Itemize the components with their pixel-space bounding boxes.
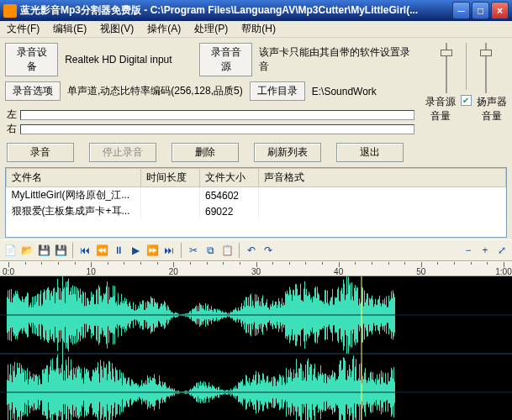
record-device-button[interactable]: 录音设备 — [5, 43, 58, 76]
file-list[interactable]: 文件名 时间长度 文件大小 声音格式 MyLittleGirl(网络原创_江..… — [5, 167, 507, 238]
source-volume-slider[interactable] — [439, 43, 454, 93]
spk-vol-label-1: 扬声器 — [477, 96, 507, 108]
time-ruler[interactable]: 0:010203040501:00 — [0, 261, 512, 276]
speaker-volume-slider[interactable] — [478, 43, 494, 93]
refresh-button[interactable]: 刷新列表 — [254, 143, 321, 162]
menu-view[interactable]: 视图(V) — [97, 21, 137, 37]
open-icon[interactable]: 📂 — [20, 244, 34, 257]
record-source-note: 该声卡只能由其自带的软件设置录音 — [256, 45, 414, 74]
col-format[interactable]: 声音格式 — [259, 169, 506, 187]
pause-icon[interactable]: ⏸ — [112, 244, 125, 257]
exit-button[interactable]: 退出 — [336, 143, 404, 162]
skip-start-icon[interactable]: ⏮ — [78, 244, 92, 257]
close-button[interactable]: × — [491, 2, 509, 19]
menu-process[interactable]: 处理(P) — [191, 21, 231, 37]
spk-vol-label-2: 音量 — [482, 110, 502, 122]
workdir-value: E:\SoundWork — [309, 86, 380, 97]
src-vol-label-2: 音量 — [430, 110, 451, 122]
menu-file[interactable]: 文件(F) — [3, 21, 43, 37]
zoom-in-icon[interactable]: + — [478, 244, 492, 257]
copy-icon[interactable]: ⧉ — [203, 244, 217, 257]
menu-edit[interactable]: 编辑(E) — [50, 21, 90, 37]
zoom-fit-icon[interactable]: ⤢ — [495, 244, 509, 257]
new-icon[interactable]: 📄 — [3, 244, 17, 257]
col-size[interactable]: 文件大小 — [200, 169, 259, 187]
src-vol-label-1: 录音源 — [425, 96, 456, 108]
stop-record-button[interactable]: 停止录音 — [89, 143, 156, 162]
col-length[interactable]: 时间长度 — [141, 169, 200, 187]
record-options-value: 单声道,动态比特率编码(256,128,品质5) — [64, 84, 246, 98]
play-icon[interactable]: ▶ — [129, 244, 142, 257]
level-left — [20, 110, 414, 120]
maximize-button[interactable]: □ — [472, 2, 489, 19]
record-button[interactable]: 录音 — [7, 143, 74, 162]
delete-button[interactable]: 删除 — [172, 143, 239, 162]
save-as-icon[interactable]: 💾 — [54, 244, 67, 257]
window-title: 蓝光影音Mp3分割器免费版 - C:\Program Files\Languan… — [20, 3, 452, 18]
channel-left-label: 左 — [5, 108, 17, 122]
channel-right-label: 右 — [5, 122, 17, 136]
app-icon — [3, 4, 17, 18]
zoom-out-icon[interactable]: − — [462, 244, 475, 257]
skip-end-icon[interactable]: ⏭ — [162, 244, 176, 257]
forward-icon[interactable]: ⏩ — [145, 244, 159, 257]
rewind-icon[interactable]: ⏪ — [95, 244, 108, 257]
undo-icon[interactable]: ↶ — [245, 244, 258, 257]
record-source-button[interactable]: 录音音源 — [199, 43, 252, 76]
menubar: 文件(F) 编辑(E) 视图(V) 操作(A) 处理(P) 帮助(H) — [0, 21, 512, 38]
redo-icon[interactable]: ↷ — [261, 244, 275, 257]
waveform-display[interactable] — [0, 276, 512, 420]
record-device-value: Realtek HD Digital input — [61, 54, 196, 66]
record-options-button[interactable]: 录音选项 — [5, 81, 61, 101]
toolbar: 📄 📂 💾 💾 ⏮ ⏪ ⏸ ▶ ⏩ ⏭ ✂ ⧉ 📋 ↶ ↷ − + ⤢ — [0, 239, 512, 261]
menu-help[interactable]: 帮助(H) — [238, 21, 279, 37]
save-icon[interactable]: 💾 — [37, 244, 50, 257]
table-row[interactable]: 狠狠爱(主板集成声卡+耳...69022 — [7, 203, 506, 219]
level-right — [20, 124, 414, 134]
workdir-button[interactable]: 工作目录 — [250, 81, 305, 101]
col-name[interactable]: 文件名 — [7, 169, 141, 187]
speaker-checkbox[interactable]: ✔ — [461, 95, 472, 106]
table-row[interactable]: MyLittleGirl(网络原创_江...654602 — [7, 187, 506, 204]
cut-icon[interactable]: ✂ — [187, 244, 200, 257]
paste-icon[interactable]: 📋 — [220, 244, 234, 257]
menu-action[interactable]: 操作(A) — [144, 21, 184, 37]
minimize-button[interactable]: ─ — [452, 2, 470, 19]
